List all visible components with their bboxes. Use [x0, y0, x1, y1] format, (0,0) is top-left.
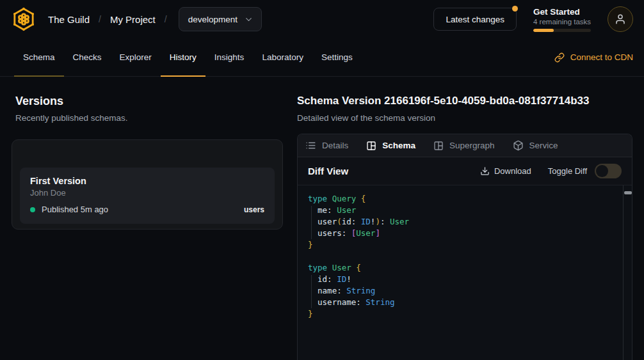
detail-subtitle: Detailed view of the schema version [297, 113, 632, 123]
code-block: type Query { me: User user(id: ID!): Use… [298, 185, 632, 327]
app-header: The Guild / My Project / development Lat… [0, 0, 644, 38]
connect-to-cdn-label: Connect to CDN [570, 52, 633, 62]
environment-selector-value: development [188, 15, 237, 24]
latest-changes-button[interactable]: Latest changes [433, 8, 517, 31]
indent-guide [311, 275, 312, 308]
schema-code-viewer: type Query { me: User user(id: ID!): Use… [298, 185, 632, 360]
version-status: Published 5m ago [42, 205, 108, 214]
tab-details-label: Details [322, 141, 348, 150]
hive-logo-icon[interactable] [11, 6, 36, 32]
tab-settings[interactable]: Settings [312, 38, 362, 77]
breadcrumb-separator: / [159, 14, 172, 24]
version-meta-row: Published 5m ago users [30, 205, 264, 214]
cube-icon [513, 140, 524, 151]
tab-laboratory[interactable]: Laboratory [253, 38, 312, 77]
get-started-subtitle: 4 remaining tasks [533, 18, 591, 26]
versions-panel: Versions Recently published schemas. Fir… [0, 77, 294, 360]
detail-panel-card: Details Schema Supergraph [297, 134, 632, 360]
header-right: Latest changes Get Started 4 remaining t… [433, 6, 633, 32]
toggle-diff-switch[interactable] [595, 164, 622, 178]
code-line [308, 251, 613, 262]
tab-supergraph-label: Supergraph [449, 141, 495, 150]
schema-version-detail: Schema Version 2166196f-5e10-4059-bd0a-0… [294, 77, 644, 360]
get-started-title: Get Started [533, 7, 591, 17]
tab-service-label: Service [529, 141, 558, 150]
code-line: } [308, 308, 613, 320]
tab-history[interactable]: History [161, 38, 205, 77]
code-line: user(id: ID!): User [308, 216, 613, 228]
code-scrollbar-thumb[interactable] [624, 191, 632, 194]
main-nav: Schema Checks Explorer History Insights … [0, 38, 644, 77]
service-name-badge: users [244, 205, 264, 214]
code-line: name: String [308, 285, 613, 297]
breadcrumb-org[interactable]: The Guild [44, 14, 93, 25]
get-started-progressbar [533, 29, 591, 32]
download-label: Download [494, 166, 531, 176]
detail-tabs: Details Schema Supergraph [298, 134, 632, 157]
tab-explorer[interactable]: Explorer [111, 38, 161, 77]
main-content: Versions Recently published schemas. Fir… [0, 77, 644, 360]
detail-title: Schema Version 2166196f-5e10-4059-bd0a-0… [297, 95, 632, 107]
version-title: First Version [30, 176, 264, 186]
environment-selector[interactable]: development [179, 7, 262, 31]
user-avatar[interactable] [608, 6, 633, 32]
header-left: The Guild / My Project / development [11, 6, 262, 32]
code-line: type Query { [308, 193, 613, 205]
version-list-item[interactable]: First Version John Doe Published 5m ago … [20, 168, 275, 224]
chevron-down-icon [244, 15, 254, 24]
diff-view-toolbar: Diff View Download Toggle Diff [298, 157, 632, 185]
link-icon [554, 52, 565, 63]
code-line: username: String [308, 297, 613, 308]
code-scrollbar[interactable] [623, 185, 632, 360]
toggle-knob [596, 165, 608, 177]
diff-actions: Download Toggle Diff [480, 164, 622, 178]
code-line: me: User [308, 205, 613, 216]
connect-to-cdn-button[interactable]: Connect to CDN [554, 38, 633, 76]
indent-guide [311, 206, 312, 239]
breadcrumb-project[interactable]: My Project [106, 14, 159, 25]
code-line: } [308, 239, 613, 251]
versions-list: First Version John Doe Published 5m ago … [12, 139, 283, 230]
toggle-diff-label: Toggle Diff [548, 166, 587, 176]
download-button[interactable]: Download [480, 166, 531, 176]
latest-changes-label: Latest changes [446, 15, 504, 24]
person-icon [615, 13, 626, 25]
version-author: John Doe [30, 188, 264, 198]
code-line: id: ID! [308, 274, 613, 285]
code-line: users: [User] [308, 228, 613, 239]
get-started-widget[interactable]: Get Started 4 remaining tasks [533, 7, 591, 32]
versions-title: Versions [15, 95, 283, 108]
tab-schema-view-label: Schema [382, 141, 415, 150]
diff-view-title: Diff View [308, 166, 348, 176]
tab-checks[interactable]: Checks [64, 38, 111, 77]
versions-subtitle: Recently published schemas. [15, 113, 283, 123]
tab-insights[interactable]: Insights [205, 38, 254, 77]
notification-dot [512, 6, 518, 12]
list-icon [305, 140, 316, 151]
tab-schema-view[interactable]: Schema [366, 141, 415, 151]
toggle-diff-control: Toggle Diff [548, 164, 622, 178]
published-status-dot [30, 207, 35, 212]
tab-details[interactable]: Details [305, 140, 348, 151]
code-line: type User { [308, 262, 613, 274]
progress-fill [533, 29, 554, 32]
layout-columns-icon [433, 141, 444, 151]
layout-columns-icon [366, 141, 376, 151]
tab-schema[interactable]: Schema [14, 38, 64, 77]
download-icon [480, 166, 490, 176]
tab-service[interactable]: Service [513, 140, 558, 151]
tab-supergraph[interactable]: Supergraph [433, 141, 495, 151]
breadcrumb-separator: / [93, 14, 106, 24]
